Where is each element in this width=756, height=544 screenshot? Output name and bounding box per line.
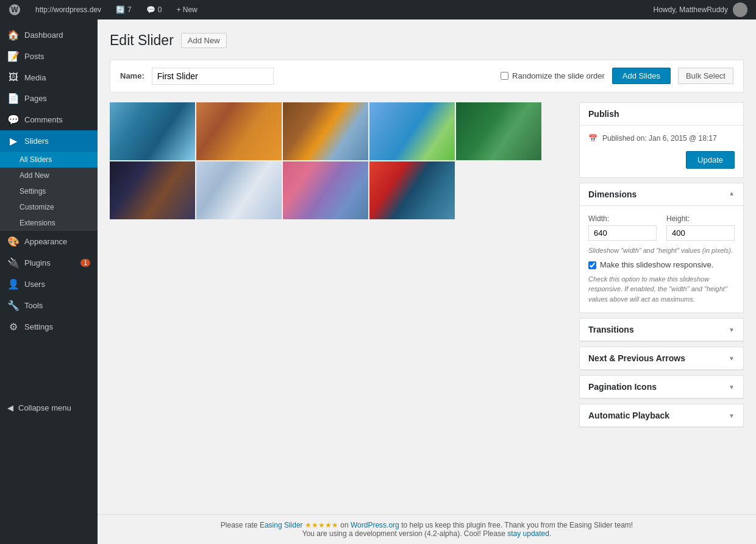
customize-label: Customize	[20, 203, 54, 211]
bulk-select-button[interactable]: Bulk Select	[678, 68, 733, 84]
sidebar-item-plugins[interactable]: 🔌 Plugins 1	[0, 252, 98, 274]
update-button[interactable]: Update	[686, 151, 735, 169]
page-header: Edit Slider Add New	[110, 32, 744, 50]
list-item[interactable]	[110, 161, 195, 219]
all-sliders-label: All Sliders	[20, 155, 52, 164]
updates-link[interactable]: 🔄 7	[112, 0, 135, 19]
updates-count: 7	[127, 5, 132, 14]
new-content-label: + New	[176, 5, 197, 14]
list-item[interactable]	[196, 102, 282, 160]
width-field: Width:	[588, 214, 657, 241]
responsive-label: Make this slideshow responsive.	[600, 260, 713, 269]
responsive-checkbox[interactable]	[588, 261, 596, 269]
chevron-up-icon: ▼	[729, 191, 735, 197]
sidebar-item-label: Tools	[24, 301, 43, 310]
responsive-note: Check this option to make this slideshow…	[588, 274, 735, 305]
comments-nav-icon: 💬	[7, 114, 20, 125]
sidebar-item-label: Pages	[24, 94, 47, 103]
sidebar-item-settings[interactable]: ⚙ Settings	[0, 316, 98, 337]
sidebar-item-pages[interactable]: 📄 Pages	[0, 88, 98, 109]
users-icon: 👤	[7, 278, 20, 290]
arrows-panel-header[interactable]: Next & Previous Arrows ▼	[580, 347, 743, 370]
height-input[interactable]	[666, 225, 735, 241]
published-date: Published on: Jan 6, 2015 @ 18:17	[602, 134, 717, 143]
sidebar-item-sliders[interactable]: ▶ Sliders	[0, 130, 98, 152]
list-item[interactable]	[369, 161, 455, 219]
sidebar-item-comments[interactable]: 💬 Comments	[0, 109, 98, 130]
comments-link[interactable]: 💬 0	[143, 0, 166, 19]
publish-actions: Update	[588, 151, 735, 169]
plugins-icon: 🔌	[7, 257, 20, 269]
main-content: Edit Slider Add New Name: Randomize the …	[98, 19, 756, 544]
add-slides-button[interactable]: Add Slides	[612, 68, 671, 84]
width-label: Width:	[588, 214, 657, 223]
sliders-icon: ▶	[7, 135, 20, 147]
user-info[interactable]: Howdy, MatthewRuddy	[650, 0, 752, 19]
pagination-panel-title: Pagination Icons	[588, 382, 657, 392]
publish-panel-header[interactable]: Publish	[580, 103, 743, 125]
randomize-text: Randomize the slide order	[512, 71, 605, 80]
easing-slider-link[interactable]: Easing Slider	[260, 521, 303, 529]
site-name[interactable]: http://wordpress.dev	[32, 0, 105, 19]
dimensions-panel-header[interactable]: Dimensions ▼	[580, 183, 743, 206]
sidebar-item-appearance[interactable]: 🎨 Appearance	[0, 231, 98, 252]
list-item[interactable]	[283, 161, 368, 219]
sidebar-item-add-new[interactable]: Add New	[0, 168, 98, 183]
sidebar-item-customize[interactable]: Customize	[0, 199, 98, 215]
sliders-submenu: All Sliders Add New Settings Customize E…	[0, 152, 98, 231]
sidebar-item-slider-settings[interactable]: Settings	[0, 183, 98, 199]
site-url-label: http://wordpress.dev	[35, 5, 101, 14]
wordpress-org-link[interactable]: WordPress.org	[351, 521, 399, 529]
sidebar-item-label: Settings	[24, 322, 53, 331]
plugins-badge: 1	[80, 259, 90, 267]
new-content-link[interactable]: + New	[173, 0, 201, 19]
list-item[interactable]	[456, 102, 541, 160]
footer-text-after: to help us keep this plugin free. Thank …	[401, 521, 633, 529]
sidebar-item-extensions[interactable]: Extensions	[0, 215, 98, 231]
height-label: Height:	[666, 214, 735, 223]
footer-line2: You are using a development version (4.2…	[110, 529, 744, 538]
transitions-panel: Transitions ▼	[579, 318, 744, 342]
add-new-button[interactable]: Add New	[181, 33, 227, 48]
collapse-label: Collapse menu	[18, 403, 71, 412]
posts-icon: 📝	[7, 51, 20, 62]
wp-logo[interactable]: W	[5, 0, 24, 19]
collapse-menu-button[interactable]: ◀ Collapse menu	[0, 398, 98, 417]
height-field: Height:	[666, 214, 735, 241]
sidebar-item-label: Dashboard	[24, 30, 63, 40]
width-input[interactable]	[588, 225, 657, 241]
list-item[interactable]	[283, 102, 368, 160]
collapse-icon: ◀	[7, 403, 13, 412]
autoplay-panel: Automatic Playback ▼	[579, 404, 744, 428]
dimensions-panel-title: Dimensions	[588, 189, 637, 199]
transitions-panel-header[interactable]: Transitions ▼	[580, 319, 743, 341]
sidebar-item-label: Users	[24, 280, 45, 289]
transitions-panel-title: Transitions	[588, 325, 634, 334]
sidebar-item-media[interactable]: 🖼 Media	[0, 67, 98, 88]
sidebar-item-all-sliders[interactable]: All Sliders	[0, 152, 98, 168]
sidebar-item-dashboard[interactable]: 🏠 Dashboard	[0, 24, 98, 46]
add-new-sub-label: Add New	[20, 171, 49, 180]
autoplay-panel-title: Automatic Playback	[588, 411, 669, 420]
sidebar-item-users[interactable]: 👤 Users	[0, 274, 98, 295]
publish-panel-title: Publish	[588, 109, 619, 119]
list-item[interactable]	[196, 161, 282, 219]
autoplay-panel-header[interactable]: Automatic Playback ▼	[580, 404, 743, 427]
rating-stars: ★★★★★	[305, 521, 338, 529]
comments-count: 0	[158, 5, 162, 14]
chevron-down-icon: ▼	[729, 327, 735, 333]
sidebar-item-tools[interactable]: 🔧 Tools	[0, 295, 98, 316]
pagination-panel-header[interactable]: Pagination Icons ▼	[580, 376, 743, 398]
admin-bar: W http://wordpress.dev 🔄 7 💬 0 + New How…	[0, 0, 756, 19]
randomize-checkbox[interactable]	[501, 72, 508, 80]
extensions-label: Extensions	[20, 219, 55, 227]
footer: Please rate Easing Slider ★★★★★ on WordP…	[98, 514, 756, 544]
dimensions-panel-content: Width: Height: Slideshow "width" and "he…	[580, 206, 743, 313]
slider-name-input[interactable]	[152, 68, 274, 85]
stay-updated-link[interactable]: stay updated.	[507, 529, 551, 538]
sidebar-item-posts[interactable]: 📝 Posts	[0, 46, 98, 67]
list-item[interactable]	[369, 102, 455, 160]
list-item[interactable]	[110, 102, 195, 160]
randomize-label[interactable]: Randomize the slide order	[501, 71, 605, 80]
sidebar-item-label: Posts	[24, 52, 45, 61]
